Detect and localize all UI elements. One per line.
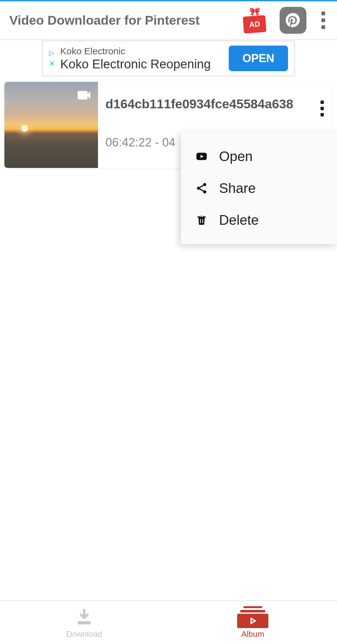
kebab-dot-icon <box>321 25 325 29</box>
video-filename: d164cb111fe0934fce45584a638 <box>105 97 333 111</box>
app-title: Video Downloader for Pinterest <box>9 13 200 28</box>
kebab-dot-icon <box>320 101 324 104</box>
svg-point-3 <box>203 190 206 194</box>
menu-delete-label: Delete <box>219 212 259 228</box>
menu-share[interactable]: Share <box>181 172 337 204</box>
menu-share-label: Share <box>219 180 256 196</box>
adchoices-icon[interactable]: ▷ ✕ <box>49 49 55 68</box>
kebab-dot-icon <box>320 113 324 116</box>
share-icon <box>195 181 208 195</box>
ad-advertiser: Koko Electronic <box>60 46 223 57</box>
kebab-dot-icon <box>320 107 324 110</box>
gift-bow-icon: 🎀 <box>249 7 260 17</box>
ad-headline: Koko Electronic Reopening <box>60 57 223 71</box>
ad-banner[interactable]: ▷ ✕ Koko Electronic Koko Electronic Reop… <box>42 41 295 76</box>
trash-icon <box>195 213 208 227</box>
ad-text-block: Koko Electronic Koko Electronic Reopenin… <box>60 46 223 71</box>
play-icon <box>195 150 208 163</box>
adchoices-triangle-icon: ▷ <box>49 49 55 57</box>
ad-open-button[interactable]: OPEN <box>229 46 288 71</box>
menu-open[interactable]: Open <box>181 140 337 172</box>
ad-close-icon[interactable]: ✕ <box>49 60 55 68</box>
tab-download[interactable]: Download <box>0 601 168 644</box>
pinterest-icon <box>284 12 302 29</box>
album-icon <box>237 606 268 628</box>
tab-download-label: Download <box>66 629 102 639</box>
header-bar: Video Downloader for Pinterest 🎀 AD <box>0 1 337 40</box>
bottom-nav: Download Album <box>0 600 337 644</box>
kebab-dot-icon <box>321 12 325 15</box>
ad-badge-label: AD <box>243 15 266 34</box>
pinterest-button[interactable] <box>280 7 306 34</box>
ad-gift-button[interactable]: 🎀 AD <box>242 8 267 33</box>
header-overflow-button[interactable] <box>319 9 328 32</box>
download-icon <box>73 606 95 628</box>
menu-delete[interactable]: Delete <box>181 204 337 236</box>
svg-point-1 <box>203 183 206 186</box>
tab-album[interactable]: Album <box>168 601 337 644</box>
tab-album-label: Album <box>241 629 264 639</box>
kebab-dot-icon <box>321 18 325 22</box>
context-menu: Open Share Delete <box>181 132 337 244</box>
thumbnail-sun-decor <box>21 125 28 132</box>
header-actions: 🎀 AD <box>242 7 328 34</box>
video-camera-icon <box>76 87 92 99</box>
video-thumbnail[interactable] <box>4 82 98 168</box>
item-overflow-button[interactable] <box>320 101 324 116</box>
menu-open-label: Open <box>219 149 253 164</box>
svg-rect-4 <box>78 621 90 624</box>
svg-point-2 <box>197 187 200 190</box>
